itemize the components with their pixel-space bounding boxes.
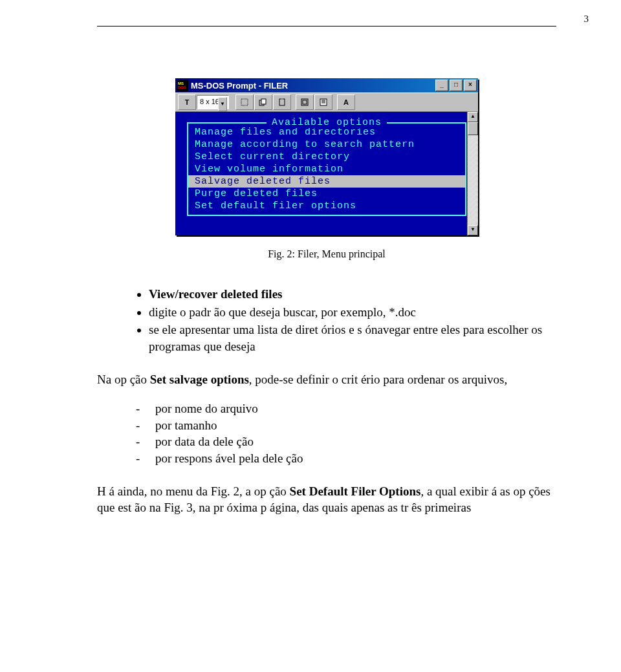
font-size-dropdown[interactable]: 8 x 16	[197, 95, 229, 109]
menu-item[interactable]: Select current directory	[188, 151, 465, 163]
list-item: -por data da dele ção	[136, 433, 556, 450]
svg-rect-6	[303, 100, 307, 104]
fullscreen-icon[interactable]	[296, 94, 314, 110]
window-title: MS-DOS Prompt - FILER	[191, 81, 435, 91]
toolbar: T 8 x 16 A	[175, 92, 478, 112]
menu-item[interactable]: View volume information	[188, 163, 465, 175]
svg-rect-4	[281, 98, 283, 100]
scrollbar[interactable]: ▲ ▼	[467, 112, 478, 235]
svg-rect-3	[279, 99, 285, 105]
close-button[interactable]: ×	[464, 80, 477, 91]
menu-item-selected[interactable]: Salvage deleted files	[188, 175, 465, 188]
scroll-down-icon[interactable]: ▼	[468, 225, 478, 235]
font-a-icon[interactable]: A	[337, 94, 355, 110]
scroll-up-icon[interactable]: ▲	[468, 112, 478, 122]
titlebar: MSDOS MS-DOS Prompt - FILER _ □ ×	[175, 78, 478, 92]
list-item: digite o padr ão que deseja buscar, por …	[149, 304, 556, 321]
figure-caption: Fig. 2: Filer, Menu principal	[97, 248, 556, 260]
scroll-thumb[interactable]	[468, 122, 478, 135]
properties-icon[interactable]	[314, 94, 332, 110]
list-item: se ele apresentar uma lista de diret óri…	[149, 321, 556, 354]
msdos-window: MSDOS MS-DOS Prompt - FILER _ □ × T 8 x …	[175, 78, 478, 235]
svg-rect-2	[261, 99, 266, 104]
dash-list: -por nome do arquivo -por tamanho -por d…	[97, 400, 556, 467]
msdos-icon[interactable]: MSDOS	[177, 80, 188, 91]
paste-icon[interactable]	[273, 94, 291, 110]
page-number: 3	[584, 14, 589, 25]
copy-icon[interactable]	[254, 94, 272, 110]
menu-item[interactable]: Purge deleted files	[188, 188, 465, 200]
list-item: -por tamanho	[136, 417, 556, 434]
list-item: -por nome do arquivo	[136, 400, 556, 417]
mark-icon[interactable]	[235, 94, 254, 110]
list-item: View/recover deleted files	[149, 286, 556, 303]
maximize-button[interactable]: □	[450, 80, 463, 91]
list-item: -por respons ável pela dele ção	[136, 450, 556, 467]
paragraph: H á ainda, no menu da Fig. 2, a op ção S…	[97, 483, 556, 516]
options-panel: Available options Manage files and direc…	[187, 122, 466, 216]
svg-rect-0	[241, 99, 248, 105]
minimize-button[interactable]: _	[435, 80, 448, 91]
panel-title: Available options	[267, 117, 387, 128]
menu-item[interactable]: Manage according to search pattern	[188, 138, 465, 151]
paragraph: Na op ção Set salvage options, pode-se d…	[97, 371, 556, 388]
bullet-list: View/recover deleted files digite o padr…	[97, 286, 556, 355]
font-tool-icon[interactable]: T	[178, 94, 196, 110]
dos-screen: Available options Manage files and direc…	[175, 112, 478, 235]
menu-item[interactable]: Set default filer options	[188, 200, 465, 212]
